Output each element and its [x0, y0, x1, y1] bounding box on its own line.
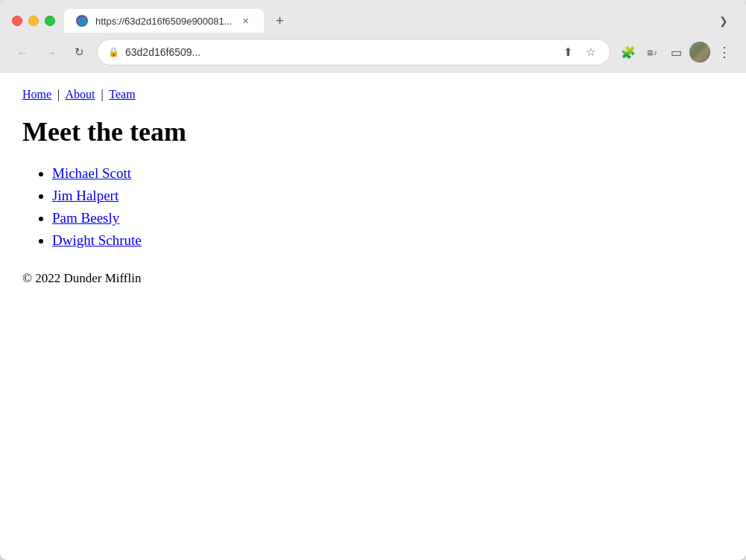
- breadcrumb-about-link[interactable]: About: [65, 88, 95, 101]
- team-member-link-michael[interactable]: Michael Scott: [52, 165, 131, 181]
- tab-expand-button[interactable]: ❯: [713, 10, 734, 31]
- breadcrumb-home-link[interactable]: Home: [22, 88, 51, 101]
- breadcrumb-team-link[interactable]: Team: [109, 88, 135, 101]
- team-list: Michael Scott Jim Halpert Pam Beesly Dwi…: [22, 165, 724, 249]
- title-bar: 🌐 https://63d2d16f6509e900081... ✕ + ❯: [0, 0, 746, 33]
- maximize-button[interactable]: [45, 16, 55, 26]
- browser-window: 🌐 https://63d2d16f6509e900081... ✕ + ❯ ←…: [0, 0, 746, 560]
- forward-button[interactable]: →: [40, 42, 61, 63]
- lock-icon: 🔒: [108, 47, 119, 57]
- list-item: Pam Beesly: [52, 210, 724, 226]
- profile-image: [689, 42, 710, 63]
- team-member-link-dwight[interactable]: Dwight Schrute: [52, 232, 142, 248]
- footer-text: © 2022 Dunder Mifflin: [22, 271, 724, 286]
- close-button[interactable]: [12, 16, 22, 26]
- breadcrumb-separator-1: |: [57, 88, 60, 101]
- bookmark-button[interactable]: ☆: [581, 43, 599, 61]
- team-member-link-jim[interactable]: Jim Halpert: [52, 188, 118, 203]
- address-bar[interactable]: 🔒 63d2d16f6509... ⬆ ☆: [97, 39, 610, 66]
- media-button[interactable]: ≡♪: [642, 42, 663, 63]
- tab-favicon: 🌐: [76, 15, 88, 27]
- team-member-link-pam[interactable]: Pam Beesly: [52, 210, 119, 226]
- menu-button[interactable]: ⋮: [713, 42, 734, 63]
- profile-avatar[interactable]: [689, 42, 710, 63]
- address-text: 63d2d16f6509...: [125, 46, 553, 58]
- reload-button[interactable]: ↻: [69, 42, 89, 63]
- page-content: Home | About | Team Meet the team Michae…: [0, 73, 746, 560]
- tab-bar: 🌐 https://63d2d16f6509e900081... ✕ + ❯: [64, 9, 734, 33]
- page-heading: Meet the team: [22, 116, 724, 147]
- minimize-button[interactable]: [28, 16, 39, 26]
- back-button[interactable]: ←: [12, 42, 33, 63]
- split-view-button[interactable]: ▭: [666, 42, 686, 63]
- list-item: Jim Halpert: [52, 188, 724, 204]
- share-button[interactable]: ⬆: [559, 43, 577, 61]
- active-tab[interactable]: 🌐 https://63d2d16f6509e900081... ✕: [64, 9, 264, 33]
- list-item: Michael Scott: [52, 165, 724, 182]
- list-item: Dwight Schrute: [52, 232, 724, 249]
- nav-right-actions: 🧩 ≡♪ ▭ ⋮: [618, 42, 734, 63]
- traffic-lights: [12, 16, 55, 26]
- breadcrumb: Home | About | Team: [22, 88, 724, 101]
- new-tab-button[interactable]: +: [270, 10, 291, 31]
- tab-close-button[interactable]: ✕: [240, 15, 252, 27]
- breadcrumb-separator-2: |: [101, 88, 103, 101]
- extensions-button[interactable]: 🧩: [618, 42, 639, 63]
- nav-bar: ← → ↻ 🔒 63d2d16f6509... ⬆ ☆ 🧩: [0, 33, 746, 73]
- tab-title: https://63d2d16f6509e900081...: [95, 16, 233, 27]
